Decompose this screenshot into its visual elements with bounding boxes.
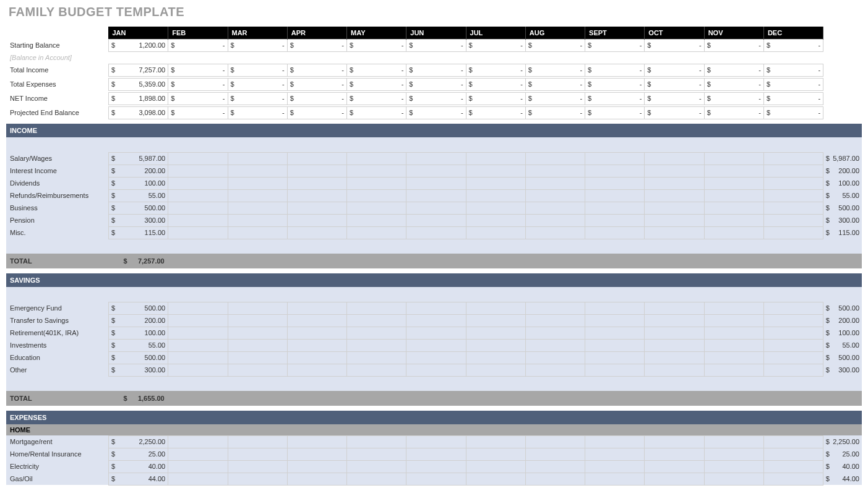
cell[interactable] <box>525 314 585 327</box>
cell[interactable] <box>466 460 525 473</box>
cell[interactable]: $- <box>525 78 585 90</box>
cell[interactable]: $- <box>466 78 525 90</box>
cell[interactable]: $- <box>406 39 466 51</box>
cell[interactable] <box>347 448 406 460</box>
cell[interactable] <box>525 226 585 239</box>
cell[interactable] <box>763 473 823 485</box>
cell[interactable] <box>287 314 346 327</box>
cell[interactable] <box>466 165 525 177</box>
cell[interactable] <box>168 351 228 364</box>
cell[interactable] <box>347 302 406 314</box>
cell[interactable] <box>287 165 346 177</box>
cell[interactable] <box>704 435 763 448</box>
cell[interactable]: $- <box>287 78 346 90</box>
cell[interactable] <box>287 364 346 376</box>
cell[interactable] <box>228 314 287 327</box>
cell[interactable]: $- <box>287 39 346 51</box>
cell[interactable]: $- <box>704 39 763 51</box>
cell[interactable]: $- <box>287 106 346 119</box>
cell[interactable] <box>525 448 585 460</box>
cell[interactable] <box>168 460 228 473</box>
cell[interactable] <box>347 435 406 448</box>
cell[interactable]: $- <box>645 106 704 119</box>
cell[interactable] <box>585 351 645 364</box>
cell[interactable] <box>585 302 645 314</box>
cell[interactable] <box>347 189 406 202</box>
cell[interactable] <box>645 351 704 364</box>
cell[interactable] <box>287 152 346 165</box>
cell[interactable] <box>763 226 823 239</box>
cell[interactable] <box>645 473 704 485</box>
cell[interactable]: $300.00 <box>108 214 168 226</box>
cell[interactable]: $- <box>287 64 346 76</box>
cell[interactable] <box>585 202 645 214</box>
cell[interactable]: $1,200.00 <box>108 39 168 51</box>
cell[interactable]: $- <box>585 106 645 119</box>
cell[interactable] <box>525 214 585 226</box>
cell[interactable] <box>287 327 346 339</box>
cell[interactable]: $- <box>645 64 704 76</box>
cell[interactable] <box>228 165 287 177</box>
cell[interactable] <box>228 364 287 376</box>
cell[interactable] <box>347 165 406 177</box>
cell[interactable] <box>168 339 228 351</box>
cell[interactable] <box>347 327 406 339</box>
cell[interactable] <box>645 302 704 314</box>
cell[interactable] <box>645 460 704 473</box>
cell[interactable] <box>466 327 525 339</box>
cell[interactable] <box>168 473 228 485</box>
cell[interactable]: $115.00 <box>108 226 168 239</box>
cell[interactable] <box>287 351 346 364</box>
cell[interactable] <box>466 226 525 239</box>
cell[interactable]: $2,250.00 <box>108 435 168 448</box>
cell[interactable]: $- <box>466 64 525 76</box>
cell[interactable] <box>525 202 585 214</box>
cell[interactable]: $44.00 <box>108 473 168 485</box>
cell[interactable] <box>645 339 704 351</box>
cell[interactable] <box>228 302 287 314</box>
cell[interactable] <box>645 177 704 189</box>
cell[interactable] <box>168 202 228 214</box>
cell[interactable]: $500.00 <box>108 351 168 364</box>
cell[interactable]: $- <box>704 92 763 105</box>
cell[interactable] <box>525 351 585 364</box>
cell[interactable] <box>585 152 645 165</box>
cell[interactable]: $- <box>347 106 406 119</box>
cell[interactable] <box>406 226 466 239</box>
cell[interactable] <box>287 435 346 448</box>
cell[interactable]: $55.00 <box>108 189 168 202</box>
cell[interactable] <box>704 202 763 214</box>
cell[interactable]: $3,098.00 <box>108 106 168 119</box>
cell[interactable]: $- <box>168 106 228 119</box>
cell[interactable]: $5,987.00 <box>108 152 168 165</box>
cell[interactable] <box>704 302 763 314</box>
cell[interactable]: $40.00 <box>108 460 168 473</box>
cell[interactable] <box>763 364 823 376</box>
cell[interactable] <box>763 165 823 177</box>
cell[interactable] <box>585 189 645 202</box>
cell[interactable] <box>585 177 645 189</box>
cell[interactable]: $- <box>347 39 406 51</box>
cell[interactable]: $- <box>287 92 346 105</box>
cell[interactable]: $- <box>168 39 228 51</box>
cell[interactable]: $- <box>763 106 823 119</box>
cell[interactable] <box>347 364 406 376</box>
cell[interactable]: $- <box>704 64 763 76</box>
cell[interactable] <box>168 214 228 226</box>
cell[interactable]: $- <box>228 78 287 90</box>
cell[interactable] <box>168 314 228 327</box>
cell[interactable] <box>704 226 763 239</box>
cell[interactable] <box>228 460 287 473</box>
cell[interactable] <box>347 226 406 239</box>
cell[interactable] <box>287 189 346 202</box>
cell[interactable] <box>763 314 823 327</box>
cell[interactable] <box>466 302 525 314</box>
cell[interactable] <box>228 177 287 189</box>
cell[interactable] <box>168 364 228 376</box>
cell[interactable] <box>168 435 228 448</box>
cell[interactable]: $- <box>228 92 287 105</box>
cell[interactable] <box>763 460 823 473</box>
cell[interactable]: $25.00 <box>108 448 168 460</box>
cell[interactable]: $- <box>406 64 466 76</box>
cell[interactable] <box>645 314 704 327</box>
